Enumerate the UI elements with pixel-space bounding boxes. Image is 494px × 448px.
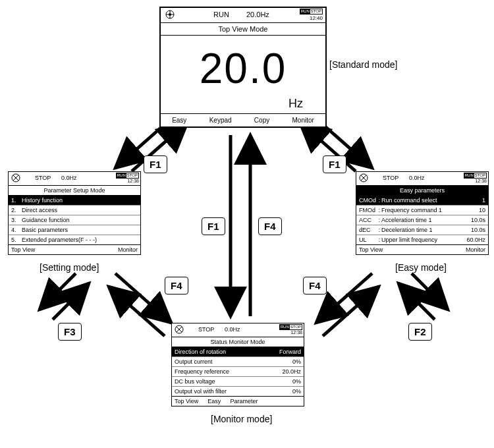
run-stop-badge: RUNSTOP <box>300 9 323 14</box>
screen-top-view: RUN 20.0Hz RUNSTOP 12:40 Top View Mode 2… <box>159 7 327 128</box>
stop-icon <box>359 173 368 184</box>
fkey-label: F1 <box>202 217 225 235</box>
list-item[interactable]: 5.Extended parameters(F - - -) <box>9 235 140 244</box>
softkey[interactable]: Parameter <box>230 398 258 405</box>
output-hz: 0.0Hz <box>225 326 240 333</box>
run-stop-badge: RUNSTOP <box>116 173 139 179</box>
softkey[interactable]: Monitor <box>118 246 138 253</box>
clock: 12:38 <box>127 179 139 183</box>
fkey-label: F4 <box>165 277 188 294</box>
fkey-label: F4 <box>258 217 282 235</box>
list-item[interactable]: Direction of rotationForward <box>172 347 304 357</box>
list-item[interactable]: UL:Upper limit frequency60.0Hz <box>356 235 488 244</box>
output-hz: 20.0Hz <box>246 11 269 18</box>
caption-easy: [Easy mode] <box>395 262 447 273</box>
softkey[interactable]: Monitor <box>292 117 314 124</box>
fkey-label: F1 <box>323 155 346 173</box>
header: RUN 20.0Hz RUNSTOP 12:40 <box>161 8 325 23</box>
fkey-label: F2 <box>408 323 432 341</box>
main-readout: 20.0 Hz <box>161 36 325 113</box>
list-item[interactable]: ACC:Acceleration time 110.0s <box>356 215 488 225</box>
list-item[interactable]: DC bus voltage0% <box>172 377 304 387</box>
softkey[interactable]: Monitor <box>466 246 485 253</box>
status-text: STOP <box>383 175 398 181</box>
motor-icon <box>165 9 175 21</box>
caption-standard: [Standard mode] <box>329 59 398 70</box>
screen-monitor-mode: STOP 0.0Hz RUNSTOP 12:38 Status Monitor … <box>171 323 304 406</box>
status-text: STOP <box>35 175 51 181</box>
clock: 12:40 <box>310 15 323 21</box>
frequency-value: 20.0 <box>161 36 325 101</box>
list-item[interactable]: Output vol with filter0% <box>172 387 304 396</box>
status-text: STOP <box>198 326 214 333</box>
list-item[interactable]: dEC:Deceleration time 110.0s <box>356 225 488 235</box>
list-item[interactable]: Frequency reference20.0Hz <box>172 367 304 377</box>
list-item[interactable]: CMOd:Run command select1 <box>356 196 488 206</box>
list-item[interactable]: 3.Guidance function <box>9 215 140 225</box>
caption-monitor: [Monitor mode] <box>211 414 272 424</box>
run-stop-badge: RUNSTOP <box>279 324 302 330</box>
stop-icon <box>175 325 184 335</box>
softkey-bar: Easy Keypad Copy Monitor <box>161 113 325 126</box>
softkey[interactable]: Easy <box>207 398 221 405</box>
output-hz: 0.0Hz <box>61 175 77 181</box>
stop-icon <box>11 173 20 184</box>
list-item[interactable]: Output current0% <box>172 357 304 367</box>
output-hz: 0.0Hz <box>409 175 425 181</box>
frequency-unit: Hz <box>288 97 303 111</box>
softkey[interactable]: Top View <box>359 246 383 253</box>
screen-title: Top View Mode <box>161 23 325 36</box>
status-text: RUN <box>213 11 229 18</box>
screen-title: Parameter Setup Mode <box>9 186 140 196</box>
fkey-label: F1 <box>144 155 167 173</box>
softkey[interactable]: Keypad <box>209 117 232 124</box>
softkey[interactable]: Copy <box>254 117 269 124</box>
clock: 12:38 <box>475 179 487 183</box>
clock: 12:38 <box>290 330 302 335</box>
fkey-label: F3 <box>58 323 82 341</box>
softkey[interactable]: Top View <box>11 246 35 253</box>
list-item[interactable]: 4.Basic parameters <box>9 225 140 235</box>
caption-setting: [Setting mode] <box>40 262 99 273</box>
screen-setting-mode: STOP 0.0Hz RUNSTOP 12:38 Parameter Setup… <box>8 171 141 255</box>
fkey-label: F4 <box>303 277 327 294</box>
list-item[interactable]: FMOd:Frequency command 110 <box>356 206 488 215</box>
run-stop-badge: RUNSTOP <box>464 173 487 179</box>
screen-title: Status Monitor Mode <box>172 337 304 347</box>
list-item[interactable]: 1.History function <box>9 196 140 206</box>
list-item[interactable]: 2.Direct access <box>9 206 140 215</box>
screen-easy-mode: STOP 0.0Hz RUNSTOP 12:38 Easy parameters… <box>356 171 489 255</box>
softkey[interactable]: Easy <box>172 117 186 124</box>
softkey[interactable]: Top View <box>175 398 198 405</box>
screen-title: Easy parameters <box>356 186 488 196</box>
